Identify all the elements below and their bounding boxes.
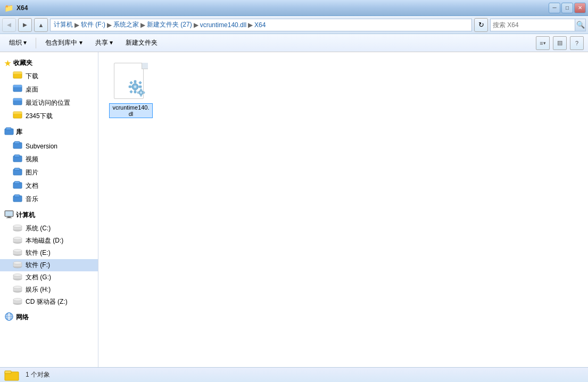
- svg-point-41: [13, 286, 22, 289]
- sidebar-header-library[interactable]: 库: [0, 125, 98, 139]
- help-button[interactable]: ?: [570, 36, 584, 50]
- new-folder-button[interactable]: 新建文件夹: [121, 36, 162, 50]
- music-label: 音乐: [26, 195, 38, 204]
- maximize-button[interactable]: □: [561, 3, 573, 13]
- organize-button[interactable]: 组织 ▾: [4, 36, 31, 50]
- desktop-icon: [13, 85, 22, 95]
- breadcrumb-x64[interactable]: X64: [254, 21, 266, 29]
- breadcrumb-newfolder27[interactable]: 新建文件夹 (27): [147, 20, 192, 29]
- status-folder-icon: [4, 369, 19, 381]
- sidebar-item-docs[interactable]: 文档: [0, 179, 98, 193]
- breadcrumb-xitongzhijia[interactable]: 系统之家: [113, 20, 139, 29]
- sidebar-item-desktop[interactable]: 桌面: [0, 83, 98, 96]
- sidebar-item-softF[interactable]: 软件 (F:): [0, 259, 98, 271]
- svg-rect-56: [130, 81, 133, 85]
- localD-label: 本地磁盘 (D:): [26, 236, 63, 245]
- title-bar: 📁 X64 ─ □ ✕: [0, 0, 588, 16]
- network-icon: [4, 312, 14, 322]
- sidebar-section-favorites: ★ 收藏夹 下载 桌面: [0, 56, 98, 123]
- subversion-label: Subversion: [26, 143, 57, 150]
- cdZ-icon: [13, 297, 22, 306]
- file-item-vcruntime[interactable]: vcruntime140.dl: [107, 61, 155, 120]
- sidebar-item-docG[interactable]: 文档 (G:): [0, 271, 98, 284]
- svg-rect-22: [6, 218, 12, 218]
- address-breadcrumb[interactable]: 计算机 ▶ 软件 (F:) ▶ 系统之家 ▶ 新建文件夹 (27) ▶ vcru…: [50, 19, 472, 31]
- sidebar-item-subversion[interactable]: Subversion: [0, 139, 98, 153]
- view-options-button[interactable]: ≡ ▾: [536, 36, 550, 50]
- favorites-label: 收藏夹: [13, 59, 32, 68]
- folder-icon: 📁: [4, 4, 13, 12]
- preview-pane-button[interactable]: ▤: [553, 36, 567, 50]
- sidebar-item-cdZ[interactable]: CD 驱动器 (Z:): [0, 296, 98, 308]
- svg-rect-7: [13, 112, 22, 114]
- toolbar: 组织 ▾ 包含到库中 ▾ 共享 ▾ 新建文件夹 ≡ ▾ ▤ ?: [0, 34, 588, 52]
- sidebar-item-video[interactable]: 视频: [0, 153, 98, 166]
- sidebar-item-localD[interactable]: 本地磁盘 (D:): [0, 235, 98, 247]
- computer-icon: [4, 210, 14, 220]
- svg-rect-3: [13, 85, 22, 87]
- svg-rect-15: [14, 168, 20, 170]
- favorites-icon: ★: [4, 59, 11, 68]
- sidebar-header-computer[interactable]: 计算机: [0, 208, 98, 222]
- address-bar-area: ◄ ► ▲ 计算机 ▶ 软件 (F:) ▶ 系统之家 ▶ 新建文件夹 (27) …: [0, 16, 588, 34]
- sidebar-section-computer: 计算机 系统 (C:): [0, 208, 98, 308]
- library-label: 库: [16, 128, 22, 137]
- 2345-icon: [13, 111, 22, 121]
- svg-rect-19: [14, 195, 20, 197]
- svg-rect-62: [140, 89, 142, 91]
- sidebar-item-sysC[interactable]: 系统 (C:): [0, 222, 98, 235]
- softF-label: 软件 (F:): [26, 261, 50, 270]
- video-label: 视频: [26, 155, 38, 164]
- breadcrumb-vcruntime[interactable]: vcruntime140.dll: [200, 21, 246, 29]
- window-title: X64: [16, 4, 28, 12]
- 2345-label: 2345下载: [26, 112, 53, 121]
- svg-point-38: [13, 274, 22, 277]
- softE-icon: [13, 248, 22, 258]
- sidebar-item-recent[interactable]: 最近访问的位置: [0, 96, 98, 110]
- close-button[interactable]: ✕: [574, 3, 586, 13]
- forward-button[interactable]: ►: [18, 18, 32, 32]
- entertainH-icon: [13, 285, 22, 294]
- share-button[interactable]: 共享 ▾: [90, 36, 118, 50]
- search-input[interactable]: [491, 21, 575, 29]
- sidebar-item-downloads[interactable]: 下载: [0, 70, 98, 83]
- sidebar-section-library: 库 Subversion 视频: [0, 125, 98, 206]
- status-count: 1 个对象: [26, 370, 50, 379]
- back-button[interactable]: ◄: [2, 18, 16, 32]
- svg-rect-23: [5, 211, 13, 216]
- svg-rect-65: [143, 92, 145, 94]
- file-name-vcruntime: vcruntime140.dl: [109, 103, 153, 118]
- svg-rect-54: [129, 86, 131, 88]
- music-icon: [13, 194, 22, 204]
- svg-rect-52: [134, 80, 136, 83]
- svg-point-32: [13, 250, 22, 252]
- cdZ-label: CD 驱动器 (Z:): [26, 297, 68, 306]
- breadcrumb-softF[interactable]: 软件 (F:): [81, 20, 105, 29]
- sidebar-item-entertainH[interactable]: 娱乐 (H:): [0, 284, 98, 296]
- refresh-button[interactable]: ↻: [474, 18, 488, 32]
- dll-gear-icon: [125, 77, 147, 100]
- minimize-button[interactable]: ─: [549, 3, 560, 13]
- subversion-icon: [13, 141, 22, 151]
- svg-rect-21: [7, 217, 11, 218]
- svg-rect-9: [6, 128, 11, 130]
- sidebar-header-network[interactable]: 网络: [0, 310, 98, 325]
- include-library-button[interactable]: 包含到库中 ▾: [40, 36, 87, 50]
- sidebar-item-music[interactable]: 音乐: [0, 193, 98, 206]
- svg-point-29: [13, 237, 22, 240]
- images-label: 图片: [26, 168, 38, 177]
- sidebar: ★ 收藏夹 下载 桌面: [0, 52, 98, 367]
- breadcrumb-computer[interactable]: 计算机: [54, 20, 73, 29]
- sidebar-item-images[interactable]: 图片: [0, 166, 98, 179]
- up-button[interactable]: ▲: [34, 18, 48, 32]
- sidebar-item-2345[interactable]: 2345下载: [0, 110, 98, 123]
- svg-rect-5: [13, 98, 22, 101]
- svg-rect-64: [137, 92, 139, 94]
- svg-point-44: [13, 298, 22, 301]
- sidebar-header-favorites[interactable]: ★ 收藏夹: [0, 56, 98, 70]
- title-bar-left: 📁 X64: [4, 4, 28, 12]
- sidebar-item-softE[interactable]: 软件 (E:): [0, 247, 98, 259]
- search-button[interactable]: 🔍: [575, 19, 585, 31]
- video-icon: [13, 154, 22, 164]
- localD-icon: [13, 236, 22, 245]
